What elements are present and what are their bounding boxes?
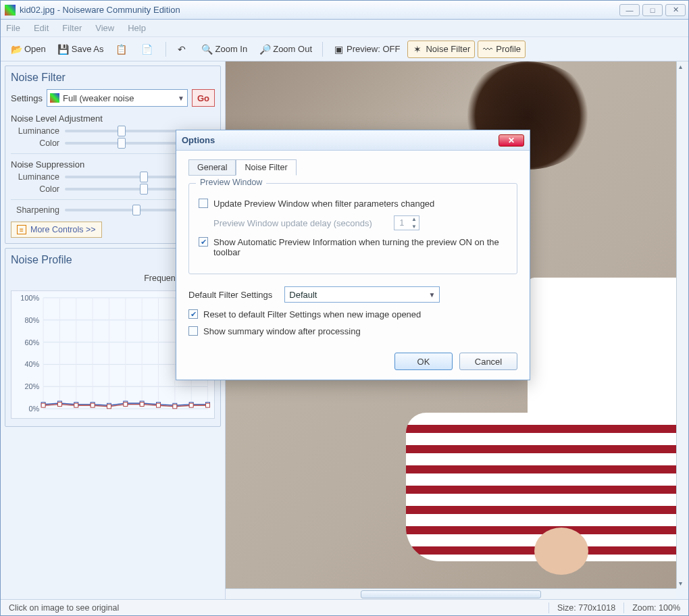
profile-button[interactable]: 〰Profile: [478, 41, 526, 58]
chevron-down-icon: ▼: [428, 291, 435, 299]
svg-rect-36: [74, 403, 78, 407]
svg-text:40%: 40%: [24, 360, 39, 368]
update-preview-checkbox[interactable]: [199, 199, 208, 208]
undo-button[interactable]: ↶: [172, 41, 195, 58]
reset-label: Reset to default Filter Settings when ne…: [203, 309, 421, 319]
show-auto-checkbox[interactable]: [199, 237, 208, 247]
luminance-label: Luminance: [11, 126, 59, 136]
options-dialog: Options ✕ General Noise Filter Preview W…: [176, 130, 530, 380]
svg-text:0%: 0%: [28, 405, 39, 413]
reset-checkbox[interactable]: [188, 309, 198, 319]
go-button[interactable]: Go: [192, 89, 215, 107]
ok-button[interactable]: OK: [394, 353, 453, 370]
noise-filter-button[interactable]: ✶Noise Filter: [407, 41, 475, 58]
dialog-title: Options: [182, 135, 215, 145]
folder-open-icon: 📂: [11, 44, 22, 55]
svg-rect-41: [157, 403, 161, 407]
svg-rect-37: [91, 403, 95, 407]
divider: [322, 42, 323, 57]
more-icon: ≡: [17, 225, 26, 234]
maximize-button[interactable]: □: [642, 4, 663, 16]
status-size: Size: 770x1018: [549, 603, 623, 613]
menu-filter[interactable]: Filter: [62, 23, 82, 33]
save-icon: 💾: [58, 44, 69, 55]
svg-rect-34: [41, 403, 45, 407]
menu-file[interactable]: File: [6, 23, 20, 33]
settings-icon: [50, 93, 59, 103]
color-label: Color: [11, 138, 59, 148]
tab-noise-filter[interactable]: Noise Filter: [236, 159, 296, 176]
scroll-thumb[interactable]: [361, 590, 541, 598]
divider: [165, 42, 166, 57]
default-settings-label: Default Filter Settings: [188, 290, 272, 300]
delay-value: 1: [394, 218, 409, 228]
open-button[interactable]: 📂Open: [6, 41, 51, 58]
svg-text:100%: 100%: [20, 294, 39, 302]
zoom-out-icon: 🔎: [259, 44, 270, 55]
luminance2-label: Luminance: [11, 172, 59, 182]
vertical-scrollbar[interactable]: [676, 61, 688, 588]
zoom-in-label: Zoom In: [215, 44, 248, 54]
sharpening-label: Sharpening: [11, 205, 59, 215]
svg-rect-44: [206, 403, 210, 407]
copy-icon: 📋: [116, 44, 127, 55]
menu-view[interactable]: View: [95, 23, 114, 33]
dialog-tabs: General Noise Filter: [188, 159, 517, 175]
zoom-out-label: Zoom Out: [273, 44, 312, 54]
default-settings-select[interactable]: Default ▼: [284, 286, 440, 303]
preview-toggle[interactable]: ▣Preview: OFF: [328, 41, 405, 58]
save-as-label: Save As: [72, 44, 104, 54]
spin-up-icon[interactable]: ▲: [409, 215, 419, 223]
summary-checkbox[interactable]: [188, 326, 198, 336]
copy-button[interactable]: 📋: [111, 41, 134, 58]
open-label: Open: [24, 44, 46, 54]
minimize-button[interactable]: —: [619, 4, 640, 16]
titlebar[interactable]: kid02.jpg - Noiseware Community Edition …: [1, 1, 688, 20]
status-hint: Click on image to see original: [1, 603, 127, 613]
dialog-titlebar[interactable]: Options ✕: [176, 130, 530, 151]
menu-help[interactable]: Help: [128, 23, 146, 33]
noise-filter-title: Noise Filter: [11, 72, 215, 84]
settings-value: Full (weaker noise: [63, 93, 134, 103]
save-as-button[interactable]: 💾Save As: [53, 41, 109, 58]
statusbar: Click on image to see original Size: 770…: [1, 599, 688, 615]
svg-text:20%: 20%: [24, 382, 39, 390]
paste-button[interactable]: 📄: [137, 41, 160, 58]
status-zoom: Zoom: 100%: [624, 603, 688, 613]
preview-label: Preview: OFF: [347, 44, 400, 54]
paste-icon: 📄: [142, 44, 153, 55]
summary-label: Show summary window after processing: [203, 326, 361, 336]
color2-label: Color: [11, 184, 59, 194]
menu-edit[interactable]: Edit: [34, 23, 49, 33]
svg-rect-38: [107, 405, 111, 409]
zoom-out-button[interactable]: 🔎Zoom Out: [255, 41, 317, 58]
app-icon: [5, 5, 16, 16]
menubar: File Edit Filter View Help: [1, 20, 688, 37]
delay-spinner[interactable]: 1 ▲▼: [394, 215, 419, 230]
update-preview-label: Update Preview Window when filter parame…: [213, 199, 434, 209]
svg-rect-43: [189, 403, 193, 407]
svg-rect-40: [140, 403, 144, 407]
tab-general[interactable]: General: [188, 159, 236, 176]
dialog-close-button[interactable]: ✕: [499, 134, 524, 147]
more-controls-button[interactable]: ≡More Controls >>: [11, 222, 102, 238]
chevron-down-icon: ▼: [178, 95, 184, 102]
horizontal-scrollbar[interactable]: [226, 588, 676, 599]
delay-label: Preview Window update delay (seconds): [213, 218, 372, 228]
more-controls-label: More Controls >>: [30, 225, 96, 234]
zoom-in-button[interactable]: 🔍Zoom In: [197, 41, 253, 58]
svg-rect-42: [173, 405, 177, 409]
preview-icon: ▣: [333, 44, 344, 55]
default-settings-value: Default: [289, 290, 317, 300]
cancel-button[interactable]: Cancel: [459, 353, 517, 370]
settings-label: Settings: [11, 93, 43, 103]
svg-text:60%: 60%: [24, 338, 39, 346]
settings-select[interactable]: Full (weaker noise ▼: [47, 89, 188, 107]
profile-label: Profile: [496, 44, 521, 54]
profile-icon: 〰: [482, 44, 493, 55]
spin-down-icon[interactable]: ▼: [409, 223, 419, 230]
close-button[interactable]: ✕: [665, 4, 686, 16]
noise-filter-label: Noise Filter: [426, 44, 470, 54]
svg-text:80%: 80%: [24, 316, 39, 324]
toolbar: 📂Open 💾Save As 📋 📄 ↶ 🔍Zoom In 🔎Zoom Out …: [1, 37, 688, 61]
